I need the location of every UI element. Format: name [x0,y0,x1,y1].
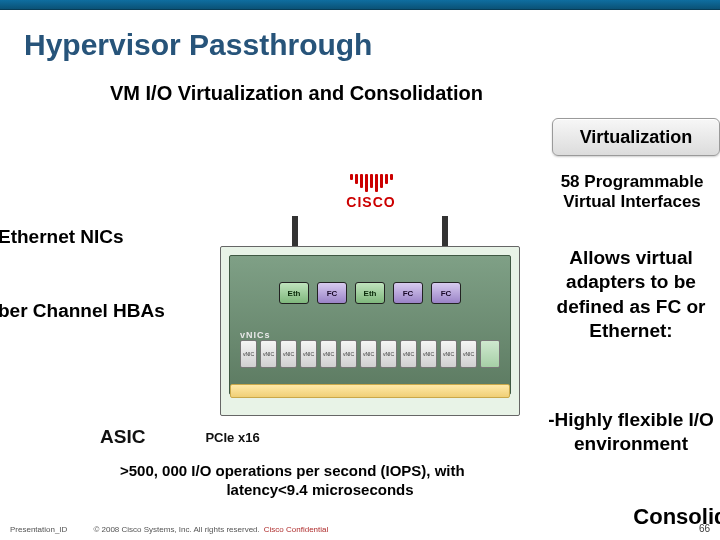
vnic-card: vNIC [420,340,437,368]
vnic-card: vNIC [360,340,377,368]
vnic-card: vNIC [400,340,417,368]
copyright-text: © 2008 Cisco Systems, Inc. All rights re… [93,525,259,534]
vnic-card: vNIC [380,340,397,368]
programmable-vifs-text: 58 Programmable Virtual Interfaces [542,172,720,213]
cisco-wordmark: CISCO [326,194,416,210]
perf-line-2: latency<9.4 microseconds [120,481,520,500]
port-fc: FC [317,282,347,304]
slide-subtitle: VM I/O Virtualization and Consolidation [110,82,483,105]
vnic-card: vNIC [340,340,357,368]
presentation-id: Presentation_ID [10,525,67,534]
pcie-label: PCIe x16 [205,430,259,445]
fibre-channel-hbas-label: ber Channel HBAs [0,300,165,322]
port-eth: Eth [279,282,309,304]
vnic-card: vNIC [460,340,477,368]
port-fc: FC [431,282,461,304]
confidential-text: Cisco Confidential [264,525,328,534]
standoff-icon [442,216,448,246]
subtitle-row: VM I/O Virtualization and Consolidation [24,82,696,105]
top-accent-bar [0,0,720,10]
vnics-label: vNICs [240,330,271,340]
allows-adapters-text: Allows virtual adapters to be defined as… [536,246,720,343]
chassis-bus-strip [230,384,510,398]
ethernet-nics-label: Ethernet NICs [0,226,124,248]
virtualization-pill: Virtualization [552,118,720,156]
chassis-outer: Eth FC Eth FC FC vNICs vNIC vNIC vNIC vN… [220,246,520,416]
port-row: Eth FC Eth FC FC [240,282,500,304]
vnic-card: vNIC [300,340,317,368]
standoff-icon [292,216,298,246]
performance-text: >500, 000 I/O operations per second (IOP… [120,462,520,500]
vnic-row: vNIC vNIC vNIC vNIC vNIC vNIC vNIC vNIC … [240,340,500,368]
vnic-card: vNIC [440,340,457,368]
cisco-bars-icon [326,174,416,192]
cisco-logo: CISCO [326,174,416,210]
port-fc: FC [393,282,423,304]
chassis-inner: Eth FC Eth FC FC vNICs vNIC vNIC vNIC vN… [229,255,511,395]
vnic-card: vNIC [260,340,277,368]
flexible-io-text: -Highly flexible I/O environment [538,408,720,457]
asic-label: ASIC [100,426,145,448]
adapter-diagram: Eth FC Eth FC FC vNICs vNIC vNIC vNIC vN… [220,246,520,416]
slide-title: Hypervisor Passthrough [24,28,696,62]
slide-body: Hypervisor Passthrough VM I/O Virtualiza… [0,10,720,540]
port-eth: Eth [355,282,385,304]
vnic-card: vNIC [240,340,257,368]
slide-footer: Presentation_ID © 2008 Cisco Systems, In… [0,523,720,534]
perf-line-1: >500, 000 I/O operations per second (IOP… [120,462,465,479]
vnic-card-special [480,340,500,368]
vnic-card: vNIC [280,340,297,368]
virtualization-label: Virtualization [580,127,693,148]
cutoff-consolidation-text: Consolidation [633,504,720,530]
standoffs [220,216,520,246]
vnic-card: vNIC [320,340,337,368]
asic-pcie-row: ASIC PCIe x16 [100,426,520,448]
